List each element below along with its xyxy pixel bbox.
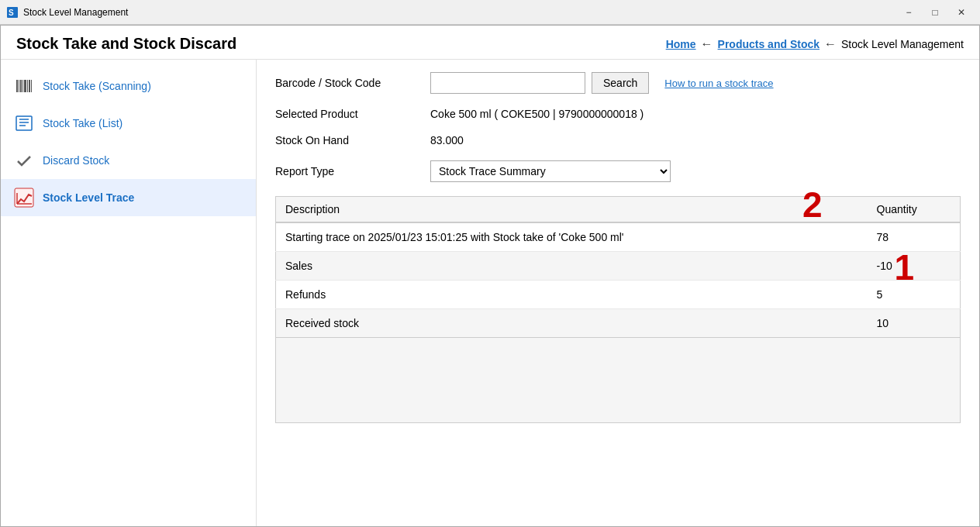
barcode-icon (13, 75, 35, 97)
selected-product-label: Selected Product (275, 108, 430, 120)
breadcrumb-current: Stock Level Management (841, 38, 964, 50)
report-type-label: Report Type (275, 165, 430, 177)
svg-rect-5 (22, 80, 23, 92)
barcode-input[interactable] (430, 72, 585, 94)
page-title: Stock Take and Stock Discard (16, 35, 236, 53)
svg-rect-9 (31, 80, 32, 92)
table-wrapper: Description Quantity Starting trace on 2… (275, 196, 961, 423)
sidebar-label-discard-stock: Discard Stock (43, 154, 109, 167)
table-cell-description: Starting trace on 2025/01/23 15:01:25 wi… (276, 222, 868, 252)
table-cell-quantity: 5 (868, 281, 961, 309)
svg-rect-10 (16, 116, 32, 130)
main-window: Stock Take and Stock Discard Home ← Prod… (0, 25, 980, 527)
minimize-button[interactable]: − (896, 4, 921, 21)
search-button[interactable]: Search (592, 72, 649, 94)
table-cell-quantity: 78 (868, 222, 961, 252)
trace-icon (13, 187, 35, 208)
table-body: Starting trace on 2025/01/23 15:01:25 wi… (276, 222, 961, 338)
table-header: Description Quantity (276, 197, 961, 223)
content-area: Barcode / Stock Code Search How to run a… (257, 60, 979, 526)
svg-text:S: S (9, 9, 14, 17)
sidebar-label-stock-level-trace: Stock Level Trace (43, 191, 134, 204)
svg-rect-8 (29, 80, 30, 92)
header: Stock Take and Stock Discard Home ← Prod… (1, 26, 979, 60)
table-empty-space (275, 338, 961, 423)
table-cell-quantity: 10 (868, 309, 961, 338)
trace-table: Description Quantity Starting trace on 2… (275, 196, 961, 338)
table-cell-quantity: -10 (868, 252, 961, 281)
breadcrumb-arrow-2: ← (824, 37, 837, 51)
sidebar-item-stock-take-list[interactable]: Stock Take (List) (1, 105, 256, 142)
title-bar-controls: − □ ✕ (896, 4, 974, 21)
report-type-select[interactable]: Stock Trace Summary Stock Trace Detail (430, 160, 671, 182)
breadcrumb-home[interactable]: Home (666, 38, 696, 50)
maximize-button[interactable]: □ (923, 4, 947, 21)
svg-rect-6 (24, 80, 26, 92)
table-header-row: Description Quantity (276, 197, 961, 223)
barcode-label: Barcode / Stock Code (275, 77, 430, 89)
report-type-row: Report Type Stock Trace Summary Stock Tr… (275, 160, 961, 182)
table-row: Received stock10 (276, 309, 961, 338)
stock-on-hand-row: Stock On Hand 83.000 (275, 134, 961, 146)
breadcrumb-products[interactable]: Products and Stock (718, 38, 820, 50)
stock-on-hand-label: Stock On Hand (275, 134, 430, 146)
checkmark-icon (13, 150, 35, 171)
table-cell-description: Sales (276, 252, 868, 281)
breadcrumb: Home ← Products and Stock ← Stock Level … (666, 37, 964, 51)
sidebar: Stock Take (Scanning) Stock Take (List) (1, 60, 257, 526)
svg-rect-4 (20, 80, 22, 92)
title-bar: S Stock Level Management − □ ✕ (0, 0, 980, 25)
breadcrumb-arrow-1: ← (701, 37, 713, 51)
sidebar-label-stock-take-scanning: Stock Take (Scanning) (43, 80, 151, 92)
list-icon (13, 112, 35, 134)
barcode-input-group: Search (430, 72, 649, 94)
stock-on-hand-value: 83.000 (430, 134, 464, 146)
column-description: Description (276, 197, 868, 223)
svg-rect-7 (27, 80, 28, 92)
selected-product-value: Coke 500 ml ( COKE500 | 9790000000018 ) (430, 108, 644, 120)
barcode-row: Barcode / Stock Code Search How to run a… (275, 72, 961, 94)
howto-link[interactable]: How to run a stock trace (664, 78, 773, 89)
column-quantity: Quantity (868, 197, 961, 223)
title-bar-left: S Stock Level Management (6, 6, 128, 19)
svg-rect-3 (19, 80, 19, 92)
table-row: Starting trace on 2025/01/23 15:01:25 wi… (276, 222, 961, 252)
table-cell-description: Received stock (276, 309, 868, 338)
table-row: Sales-10 (276, 252, 961, 281)
sidebar-item-discard-stock[interactable]: Discard Stock (1, 142, 256, 179)
sidebar-label-stock-take-list: Stock Take (List) (43, 117, 122, 129)
body-layout: Stock Take (Scanning) Stock Take (List) (1, 60, 979, 526)
app-icon: S (6, 6, 19, 19)
title-bar-title: Stock Level Management (23, 7, 128, 18)
sidebar-item-stock-take-scanning[interactable]: Stock Take (Scanning) (1, 67, 256, 105)
svg-rect-2 (16, 80, 18, 92)
table-cell-description: Refunds (276, 281, 868, 309)
table-row: Refunds5 (276, 281, 961, 309)
sidebar-item-stock-level-trace[interactable]: Stock Level Trace (1, 179, 256, 216)
selected-product-row: Selected Product Coke 500 ml ( COKE500 |… (275, 108, 961, 120)
close-button[interactable]: ✕ (949, 4, 974, 21)
